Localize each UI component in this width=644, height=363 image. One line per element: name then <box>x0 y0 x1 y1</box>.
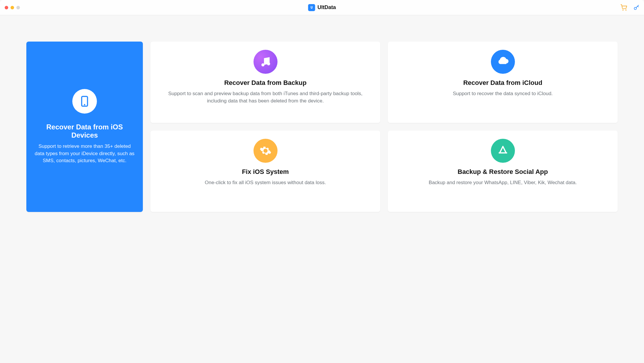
gear-icon <box>254 139 278 163</box>
svg-point-6 <box>267 62 270 66</box>
card-fix-ios[interactable]: Fix iOS System One-click to fix all iOS … <box>150 131 380 212</box>
svg-point-1 <box>626 10 626 10</box>
app-window: UltData <box>0 0 644 363</box>
cart-icon[interactable] <box>621 4 627 11</box>
key-icon[interactable] <box>633 5 639 11</box>
card-desc: Support to recover the data synced to iC… <box>398 90 607 97</box>
device-icon <box>72 89 97 114</box>
card-title: Recover Data from iCloud <box>398 79 607 87</box>
svg-point-0 <box>623 10 623 10</box>
card-recover-ios[interactable]: Recover Data from iOS Devices Support to… <box>26 42 143 212</box>
card-recover-icloud[interactable]: Recover Data from iCloud Support to reco… <box>388 42 618 123</box>
cloud-icon <box>491 50 515 74</box>
app-logo-icon <box>308 4 315 11</box>
card-title: Fix iOS System <box>161 168 370 176</box>
card-title: Recover Data from iOS Devices <box>33 123 136 139</box>
main-content: Recover Data from iOS Devices Support to… <box>0 15 644 224</box>
appstore-icon <box>491 139 515 163</box>
window-controls <box>5 6 20 9</box>
card-desc: One-click to fix all iOS system issues w… <box>161 179 370 186</box>
titlebar-actions <box>621 4 639 11</box>
card-recover-backup[interactable]: Recover Data from Backup Support to scan… <box>150 42 380 123</box>
titlebar: UltData <box>0 0 644 15</box>
card-social-backup[interactable]: Backup & Restore Social App Backup and r… <box>388 131 618 212</box>
svg-point-5 <box>261 63 265 66</box>
app-title: UltData <box>308 4 336 11</box>
maximize-icon <box>16 6 20 9</box>
card-desc: Backup and restore your WhatsApp, LINE, … <box>398 179 607 186</box>
card-desc: Support to retrieve more than 35+ delete… <box>33 143 136 165</box>
minimize-icon[interactable] <box>11 6 14 9</box>
music-icon <box>254 50 278 74</box>
card-title: Recover Data from Backup <box>161 79 370 87</box>
svg-point-4 <box>84 104 85 105</box>
app-name-label: UltData <box>317 4 336 11</box>
card-title: Backup & Restore Social App <box>398 168 607 176</box>
close-icon[interactable] <box>5 6 8 9</box>
card-desc: Support to scan and preview backup data … <box>161 90 370 105</box>
